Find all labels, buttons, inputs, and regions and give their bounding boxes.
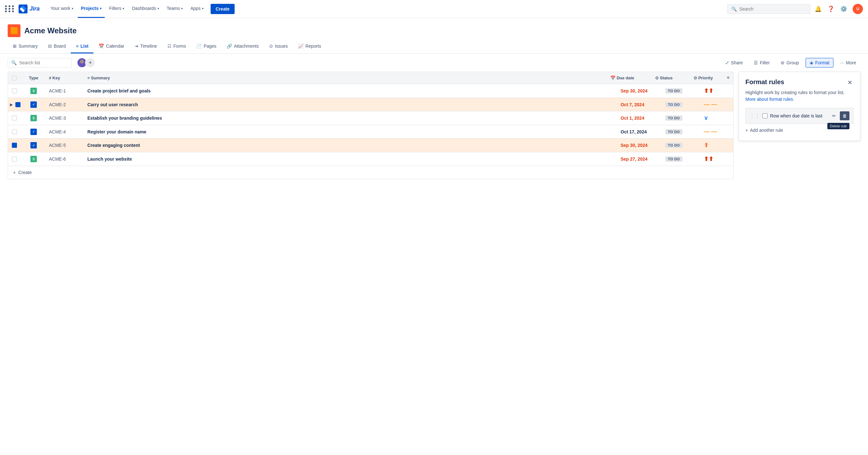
help-button[interactable]: ❓: [826, 4, 836, 14]
group-icon: ⊜: [781, 60, 784, 65]
row-5-checkbox[interactable]: [12, 143, 17, 148]
row-6-priority-cell: ⬆⬆: [701, 156, 733, 163]
priority-medium-icon: — —: [704, 128, 717, 135]
filters-caret-icon: ▾: [123, 7, 124, 10]
apps-grid-button[interactable]: [5, 5, 15, 12]
tab-forms[interactable]: ☷ Forms: [162, 40, 191, 54]
table-row[interactable]: ✓ ACME-5 Create engaging content Sep 30,…: [8, 138, 733, 152]
expand-button[interactable]: ▶: [9, 102, 14, 107]
project-icon: 🟧: [8, 24, 21, 37]
row-3-due-cell: Oct 1, 2024: [618, 116, 663, 121]
format-panel-header: Format rules ✕: [745, 78, 854, 87]
notifications-button[interactable]: 🔔: [813, 4, 823, 14]
row-3-summary-cell: Establish your branding guidelines: [85, 116, 618, 121]
header-summary-col: ≡ Summary: [85, 75, 608, 80]
tab-summary[interactable]: ⊞ Summary: [8, 40, 43, 54]
drag-handle-icon[interactable]: ⋮⋮: [750, 113, 760, 119]
row-1-checkbox[interactable]: [12, 88, 17, 93]
rule-enable-checkbox[interactable]: [763, 113, 768, 119]
row-5-status-cell: TO DO: [663, 143, 701, 148]
format-panel-description: Highlight work by creating rules to form…: [745, 89, 854, 103]
delete-rule-button[interactable]: 🗑 Delete rule: [840, 111, 849, 120]
more-icon: ···: [840, 60, 844, 65]
jira-logo[interactable]: Jira: [19, 4, 40, 13]
nav-apps[interactable]: Apps ▾: [187, 0, 207, 18]
search-list-input[interactable]: [19, 60, 68, 65]
nav-teams[interactable]: Teams ▾: [163, 0, 186, 18]
task-type-icon: ✓: [30, 129, 37, 135]
tab-calendar[interactable]: 📅 Calendar: [93, 40, 129, 54]
row-check-cell: [8, 157, 21, 162]
row-1-summary-cell: Create project brief and goals: [85, 88, 618, 93]
filter-button[interactable]: ☰ Filter: [750, 58, 774, 67]
row-2-priority-cell: — —: [701, 101, 733, 108]
project-title: Acme Website: [24, 26, 77, 35]
priority-low-icon: ∨: [704, 115, 708, 121]
search-list-box[interactable]: 🔍: [8, 58, 72, 67]
row-6-checkbox[interactable]: [12, 157, 17, 162]
reports-tab-icon: 📈: [298, 43, 303, 48]
settings-button[interactable]: ⚙️: [839, 4, 849, 14]
tab-issues[interactable]: ⊙ Issues: [264, 40, 293, 54]
your-work-caret-icon: ▾: [72, 7, 73, 10]
row-5-type-cell: ✓: [21, 142, 46, 149]
more-button[interactable]: ··· More: [836, 58, 860, 67]
table-row[interactable]: S ACME-1 Create project brief and goals …: [8, 84, 733, 98]
calendar-icon: 📅: [610, 75, 617, 80]
search-box[interactable]: 🔍: [727, 4, 810, 14]
format-button[interactable]: ◈ Format: [806, 58, 833, 67]
tab-reports[interactable]: 📈 Reports: [293, 40, 326, 54]
timeline-tab-icon: ⇥: [134, 43, 138, 48]
tab-attachments[interactable]: 🔗 Attachments: [221, 40, 264, 54]
topnav: Jira Your work ▾ Projects ▾ Filters ▾ Da…: [0, 0, 868, 18]
header-due-col: 📅 Due date: [608, 75, 653, 80]
edit-rule-button[interactable]: ✏: [831, 112, 837, 120]
priority-icon: ⊙: [693, 75, 699, 80]
assignee-filter-group: +: [77, 58, 95, 68]
search-input[interactable]: [739, 6, 806, 11]
nav-projects[interactable]: Projects ▾: [78, 0, 105, 18]
format-rules-link[interactable]: More about format rules.: [745, 97, 795, 102]
group-button[interactable]: ⊜ Group: [776, 58, 803, 67]
status-icon: ⊙: [655, 75, 660, 80]
row-1-due-cell: Sep 30, 2024: [618, 88, 663, 93]
add-rule-plus-icon: +: [745, 128, 748, 133]
tab-pages[interactable]: 📄 Pages: [191, 40, 221, 54]
svg-point-1: [80, 60, 84, 63]
close-format-panel-button[interactable]: ✕: [846, 78, 854, 87]
user-avatar[interactable]: U: [852, 4, 863, 14]
table-row[interactable]: S ACME-3 Establish your branding guideli…: [8, 111, 733, 125]
add-assignee-button[interactable]: +: [85, 58, 95, 68]
priority-highest-icon: ⬆⬆: [704, 88, 713, 94]
row-6-status-cell: TO DO: [663, 157, 701, 162]
tab-timeline[interactable]: ⇥ Timeline: [129, 40, 162, 54]
filter-icon: ☰: [754, 60, 758, 65]
priority-highest-icon: ⬆⬆: [704, 156, 713, 162]
table-row[interactable]: ▶ ✓ ACME-2 Carry out user research Oct 7…: [8, 98, 733, 111]
row-5-summary-cell: Create engaging content: [85, 143, 618, 148]
tab-list[interactable]: ≡ List: [71, 40, 93, 54]
nav-your-work[interactable]: Your work ▾: [48, 0, 76, 18]
row-2-checkbox[interactable]: [16, 102, 21, 107]
row-1-priority-cell: ⬆⬆: [701, 87, 733, 94]
nav-filters[interactable]: Filters ▾: [106, 0, 127, 18]
task-type-icon: ✓: [30, 142, 37, 149]
row-4-due-cell: Oct 17, 2024: [618, 129, 663, 134]
share-button[interactable]: ⤢ Share: [721, 58, 747, 67]
row-2-summary-cell: Carry out user research: [85, 102, 618, 107]
row-3-checkbox[interactable]: [12, 116, 17, 121]
summary-icon: ≡: [87, 75, 91, 80]
create-issue-row[interactable]: + Create: [8, 166, 733, 179]
add-rule-button[interactable]: + Add another rule: [745, 126, 783, 134]
select-all-checkbox[interactable]: [12, 75, 17, 80]
nav-dashboards[interactable]: Dashboards ▾: [129, 0, 162, 18]
add-column-button[interactable]: +: [723, 74, 733, 81]
row-3-type-cell: S: [21, 115, 46, 121]
create-button[interactable]: Create: [211, 4, 235, 14]
table-row[interactable]: S ACME-6 Launch your website Sep 27, 202…: [8, 152, 733, 166]
table-row[interactable]: ✓ ACME-4 Register your domain name Oct 1…: [8, 125, 733, 138]
tab-board[interactable]: ⊟ Board: [43, 40, 71, 54]
row-check-cell: [8, 116, 21, 121]
row-4-checkbox[interactable]: [12, 129, 17, 134]
row-1-key-cell: ACME-1: [46, 88, 85, 93]
